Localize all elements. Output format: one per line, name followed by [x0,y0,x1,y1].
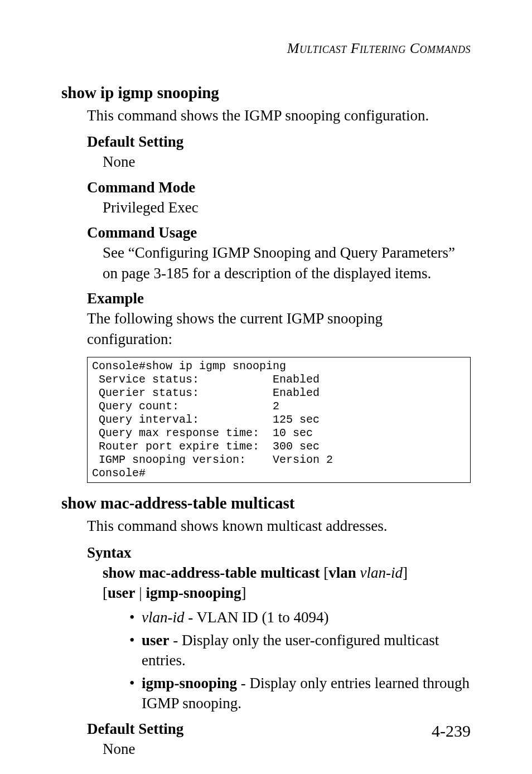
section2-heading: show mac-address-table multicast [61,494,471,512]
section1-example-heading: Example [87,290,471,307]
syntax-vlan-id: vlan-id [360,564,403,581]
bullet1-desc: - VLAN ID (1 to 4094) [184,609,328,626]
section2-syntax-heading: Syntax [87,544,471,562]
syntax-cmd: show mac-address-table multicast [103,564,320,581]
syntax-user-kw: user [108,584,136,601]
syntax-l1b: [ [320,564,328,581]
syntax-l2e: ] [241,584,246,601]
section2-syntax-line2: [user | igmp-snooping] [103,583,471,603]
section2-syntax-line1: show mac-address-table multicast [vlan v… [103,563,471,583]
page-container: Multicast Filtering Commands show ip igm… [0,0,532,774]
section1-default-heading: Default Setting [87,133,471,151]
section1-usage-heading: Command Usage [87,224,471,241]
bullet3-term: igmp-snooping [142,675,237,691]
syntax-igmp-kw: igmp-snooping [146,584,241,601]
bullet2-term: user [142,632,170,649]
bullet2-desc: - Display only the user-configured multi… [142,632,439,669]
section1-mode-value: Privileged Exec [103,197,471,217]
section1-usage-value: See “Configuring IGMP Snooping and Query… [103,243,471,283]
section2-default-heading: Default Setting [87,720,471,738]
bullet1-term: vlan-id [142,609,184,626]
section2-bullet-list: vlan-id - VLAN ID (1 to 4094) user - Dis… [129,607,471,713]
section1-default-value: None [103,152,471,172]
running-head: Multicast Filtering Commands [61,40,471,57]
section1-code-block: Console#show ip igmp snooping Service st… [87,357,471,483]
syntax-l1f: ] [403,564,408,581]
section1-intro: This command shows the IGMP snooping con… [87,105,471,125]
page-number: 4-239 [432,722,471,741]
syntax-l1d [356,564,360,581]
syntax-vlan-kw: vlan [328,564,356,581]
section1-mode-heading: Command Mode [87,179,471,196]
syntax-l2a: [ [103,584,108,601]
section1-example-intro: The following shows the current IGMP sno… [87,308,471,349]
syntax-l2c: | [136,584,146,601]
section2-default-value: None [103,739,471,759]
list-item: user - Display only the user-configured … [129,630,471,671]
list-item: igmp-snooping - Display only entries lea… [129,673,471,714]
section2-intro: This command shows known multicast addre… [87,516,471,536]
list-item: vlan-id - VLAN ID (1 to 4094) [129,607,471,627]
section1-heading: show ip igmp snooping [61,84,471,102]
